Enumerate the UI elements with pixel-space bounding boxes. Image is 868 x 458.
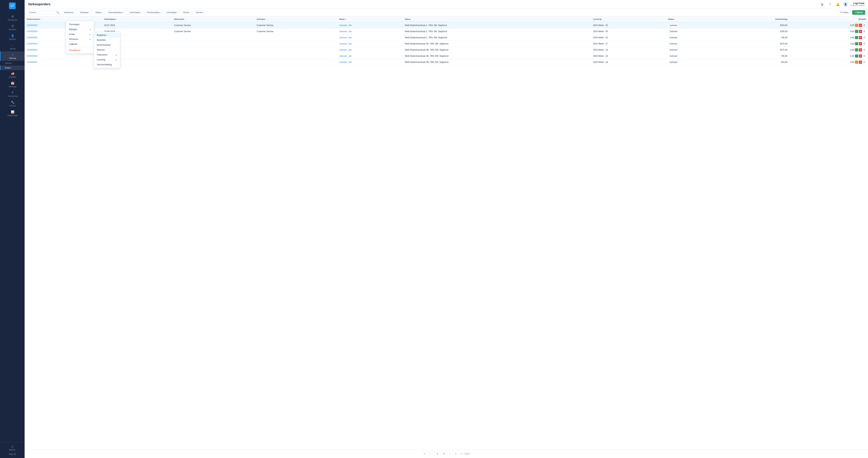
ctx-verwijderen[interactable]: Verwijderen bbox=[66, 48, 94, 53]
submenu-binnenmelden[interactable]: Binnenmelden bbox=[94, 42, 120, 47]
submenu-plannen[interactable]: Plannen bbox=[94, 47, 120, 52]
arrow-icon: ▶ bbox=[116, 59, 117, 61]
ctx-acties[interactable]: Acties ▶ Kopiëren Bestellen Binnenmelden… bbox=[66, 32, 94, 37]
submenu-bestellen[interactable]: Bestellen bbox=[94, 38, 120, 42]
submenu-levering[interactable]: Levering ▶ bbox=[94, 57, 120, 62]
context-menu: Toevoegen Wijzigen ▶ Acties ▶ Kopiëren B… bbox=[66, 21, 94, 54]
arrow-icon: ▶ bbox=[116, 54, 117, 56]
submenu-acties: Kopiëren Bestellen Binnenmelden Plannen … bbox=[94, 32, 120, 68]
ctx-toevoegen[interactable]: Toevoegen bbox=[66, 22, 94, 27]
ctx-wijzigen[interactable]: Wijzigen ▶ bbox=[66, 27, 94, 32]
ctx-logboek[interactable]: Logboek bbox=[66, 42, 94, 46]
submenu-factureren[interactable]: Factureren ▶ bbox=[94, 52, 120, 57]
submenu-kopieren[interactable]: Kopiëren bbox=[94, 33, 120, 38]
submenu-servicemelding[interactable]: Servicemelding bbox=[94, 62, 120, 67]
arrow-icon: ▶ bbox=[90, 28, 91, 30]
ctx-versturen[interactable]: Versturen ▶ bbox=[66, 37, 94, 42]
arrow-icon: ▶ bbox=[90, 33, 91, 35]
arrow-icon: ▶ bbox=[90, 38, 91, 40]
context-menu-overlay[interactable] bbox=[0, 0, 868, 458]
